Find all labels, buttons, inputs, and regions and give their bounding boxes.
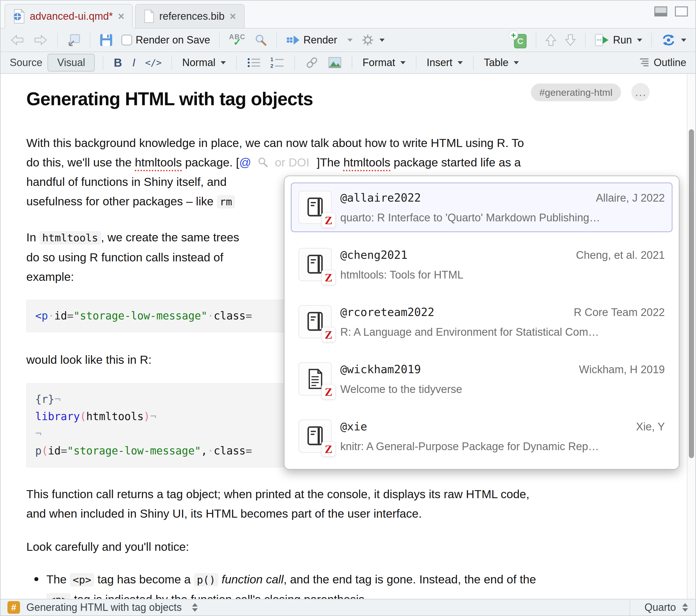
search-icon [254,33,267,47]
tab-label: advanced-ui.qmd* [30,10,113,22]
section-options-button[interactable]: … [631,83,650,101]
find-replace-button[interactable] [252,32,270,48]
section-anchor-badge[interactable]: #generating-html [531,83,621,101]
close-icon[interactable]: × [229,11,237,22]
paragraph-style-dropdown[interactable]: Normal [180,55,228,70]
editor-scrollbar[interactable] [687,74,695,599]
code-format-button[interactable]: </> [143,57,163,68]
inline-code: rm [217,195,235,209]
link-icon [305,56,318,69]
mode-stepper-icon[interactable] [682,603,688,612]
citation-key: @wickham2019 [340,363,421,376]
zotero-badge-icon: Z [321,384,336,400]
citation-item-cheng2021[interactable]: Z @cheng2021 Cheng, et al. 2021 htmltool… [291,240,673,289]
image-button[interactable] [326,55,344,70]
zotero-badge-icon: Z [321,270,336,285]
render-label: Render [303,34,337,46]
insert-chunk-icon: C + [509,32,526,48]
insert-menu[interactable]: Insert [424,55,465,70]
render-on-save-checkbox[interactable] [121,35,132,46]
citation-key: @cheng2021 [340,248,408,261]
chevron-down-icon [400,61,406,64]
outline-label: Outline [654,56,686,69]
format-menu-label: Format [363,56,395,69]
citation-item-allaire2022[interactable]: Z @allaire2022 Allaire, J 2022 quarto: R… [291,182,673,232]
misspelled-word: htmltools [344,156,390,169]
paragraph-style-value: Normal [182,56,216,69]
inline-code: htmltools [39,231,101,244]
citation-key: @rcoreteam2022 [340,306,434,319]
visual-mode-button[interactable]: Visual [48,54,95,71]
zotero-badge-icon: Z [321,327,336,342]
zotero-badge-icon: Z [321,441,336,457]
previous-section-button[interactable] [543,32,559,48]
citation-at-token: @ [239,156,251,169]
quarto-file-icon [13,9,25,24]
forward-button[interactable] [31,32,50,48]
save-button[interactable] [97,32,115,48]
citation-author: Allaire, J 2022 [596,192,665,204]
paragraph-look-carefully: Look carefully and you'll notice: [26,537,652,556]
forward-arrow-icon [33,34,48,46]
document-options-button[interactable] [359,32,387,48]
citation-author: Cheng, et al. 2021 [576,249,665,261]
would-look-text: would look like this in R: [26,353,152,366]
section-stepper-icon[interactable] [192,603,198,612]
back-arrow-icon [10,34,25,46]
insert-chunk-button[interactable]: C + [507,30,529,50]
visual-editor-toolbar: Source Visual B I </> Normal 1 2 [1,52,695,74]
citation-title: knitr: A General-Purpose Package for Dyn… [340,440,665,453]
back-button[interactable] [7,32,27,48]
citation-key: @allaire2022 [340,191,421,204]
bullet-list-button[interactable] [245,55,263,70]
tab-advanced-ui-qmd[interactable]: advanced-ui.qmd* × [4,4,133,28]
render-button[interactable]: Render [284,32,339,48]
save-icon [99,33,113,47]
citation-title: quarto: R Interface to 'Quarto' Markdown… [340,212,665,224]
table-menu-label: Table [484,56,508,69]
citation-author: Wickham, H 2019 [579,363,665,376]
table-menu[interactable]: Table [481,55,521,70]
bullet-item: The <p> tag has become a p() function ca… [26,570,652,599]
format-menu[interactable]: Format [360,55,408,70]
svg-text:2: 2 [270,63,273,68]
tab-references-bib[interactable]: references.bib × [135,4,244,28]
citation-title: htmltools: Tools for HTML [340,269,665,281]
render-icon [286,34,300,46]
citation-autocomplete-popup: Z @allaire2022 Allaire, J 2022 quarto: R… [284,176,679,470]
bold-button[interactable]: B [111,56,124,69]
render-on-save-label: Render on Save [136,34,210,46]
citation-author: Xie, Y [636,421,665,433]
link-button[interactable] [303,54,321,71]
minimize-pane-icon[interactable] [654,6,667,17]
citation-title: R: A Language and Environment for Statis… [340,326,665,338]
render-on-save-toggle[interactable]: Render on Save [119,32,212,48]
run-button[interactable]: Run [592,32,645,48]
close-icon[interactable]: × [117,11,125,22]
chevron-down-icon [221,61,226,64]
document-mode-selector[interactable]: Quarto [630,599,695,615]
scrollbar-thumb[interactable] [689,129,694,458]
citation-item-xie[interactable]: Z @xie Xie, Y knitr: A General-Purpose P… [291,411,673,461]
book-icon: Z [299,248,332,281]
svg-text:1: 1 [270,57,273,62]
inline-search-icon [257,157,269,168]
open-in-new-window-button[interactable] [65,32,83,48]
section-navigator[interactable]: # Generating HTML with tag objects [1,601,630,614]
chevron-down-icon [637,38,642,42]
next-section-button[interactable] [563,32,578,48]
spellcheck-button[interactable]: ABC ✓ [227,32,248,48]
outline-toggle[interactable]: Outline [639,56,686,69]
citation-item-wickham2019[interactable]: Z @wickham2019 Wickham, H 2019 Welcome t… [291,354,673,404]
citation-item-rcoreteam2022[interactable]: Z @rcoreteam2022 R Core Team 2022 R: A L… [291,297,673,346]
source-mode-button[interactable]: Source [10,56,42,69]
render-options-caret[interactable] [344,37,355,44]
maximize-pane-icon[interactable] [675,6,688,17]
zotero-badge-icon: Z [321,212,336,228]
popout-window-icon [67,33,81,47]
chevron-down-icon [379,38,385,42]
insert-menu-label: Insert [427,56,453,69]
numbered-list-button[interactable]: 1 2 [268,55,286,70]
rerun-button[interactable] [659,32,689,48]
italic-button[interactable]: I [129,56,138,69]
